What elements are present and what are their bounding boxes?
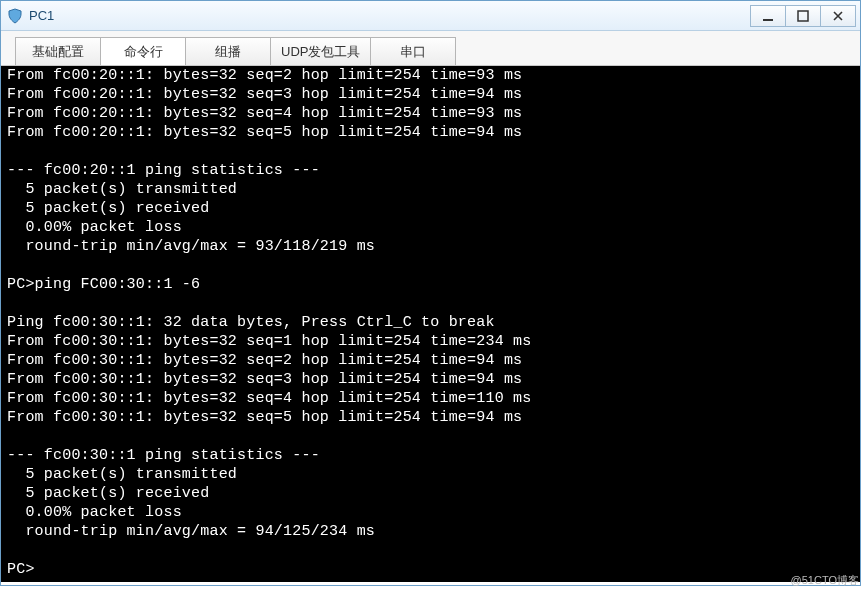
titlebar: PC1 [1, 1, 860, 31]
maximize-button[interactable] [785, 5, 821, 27]
app-window: PC1 基础配置 命令行 组播 UDP发包工具 串口 From fc00:20:… [0, 0, 861, 586]
tab-label: 命令行 [124, 43, 163, 61]
terminal-container: From fc00:20::1: bytes=32 seq=2 hop limi… [1, 66, 860, 582]
tab-serial[interactable]: 串口 [370, 37, 456, 65]
tab-bar: 基础配置 命令行 组播 UDP发包工具 串口 [1, 31, 860, 66]
close-button[interactable] [820, 5, 856, 27]
tab-label: 组播 [215, 43, 241, 61]
window-controls [751, 5, 856, 27]
app-icon [7, 8, 23, 24]
watermark: @51CTO博客 [791, 573, 859, 588]
svg-rect-0 [763, 19, 773, 21]
tab-label: 串口 [400, 43, 426, 61]
svg-rect-1 [798, 11, 808, 21]
tab-multicast[interactable]: 组播 [185, 37, 271, 65]
minimize-button[interactable] [750, 5, 786, 27]
window-title: PC1 [29, 8, 745, 23]
tab-label: 基础配置 [32, 43, 84, 61]
tab-label: UDP发包工具 [281, 43, 360, 61]
tab-basic-config[interactable]: 基础配置 [15, 37, 101, 65]
tab-command-line[interactable]: 命令行 [100, 37, 186, 65]
tab-udp-tool[interactable]: UDP发包工具 [270, 37, 371, 65]
terminal[interactable]: From fc00:20::1: bytes=32 seq=2 hop limi… [1, 66, 860, 582]
